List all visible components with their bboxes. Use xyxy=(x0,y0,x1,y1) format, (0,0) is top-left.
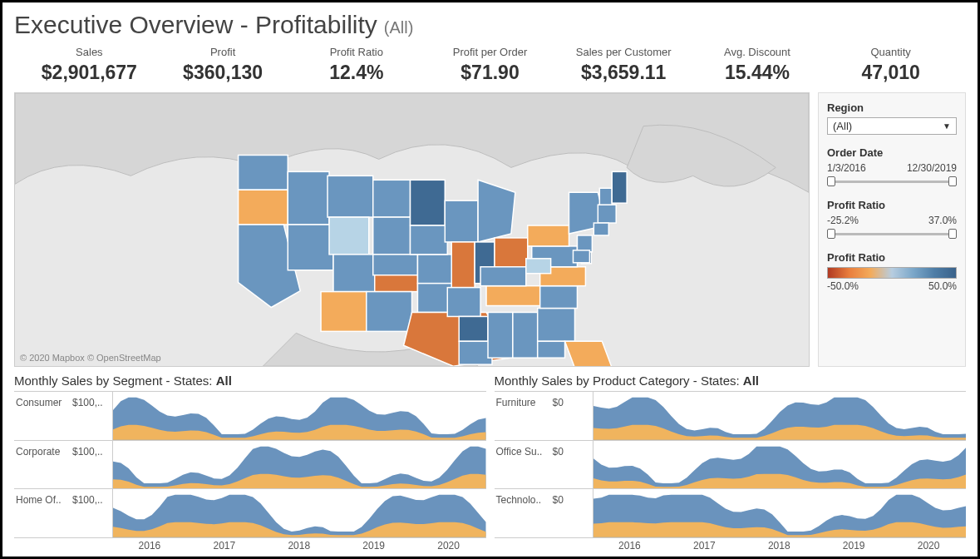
x-tick: 2017 xyxy=(667,540,741,552)
y-axis-label: $100,.. xyxy=(72,392,112,440)
sparkline[interactable] xyxy=(593,441,967,489)
svg-rect-29 xyxy=(480,267,526,286)
svg-rect-24 xyxy=(459,316,488,341)
map-profit-ratio-choropleth[interactable]: © 2020 Mapbox © OpenStreetMap xyxy=(14,92,810,367)
svg-rect-15 xyxy=(411,180,446,225)
kpi-label: Profit per Order xyxy=(423,46,557,58)
order-date-slider[interactable] xyxy=(827,176,957,187)
kpi-label: Sales xyxy=(22,46,156,58)
x-tick: 2020 xyxy=(891,540,966,552)
x-tick: 2018 xyxy=(262,540,337,552)
svg-rect-0 xyxy=(239,155,288,190)
small-multiple-row[interactable]: Consumer $100,.. xyxy=(14,391,486,441)
kpi-value: $360,130 xyxy=(156,62,290,84)
kpi-value: 12.4% xyxy=(289,62,423,84)
kpi-label: Quantity xyxy=(824,46,958,58)
kpi-value: $71.90 xyxy=(423,62,557,84)
category-sales-chart[interactable]: Monthly Sales by Product Category - Stat… xyxy=(495,373,967,552)
small-multiple-row[interactable]: Corporate $100,.. xyxy=(14,441,486,490)
x-tick: 2019 xyxy=(337,540,411,552)
svg-rect-23 xyxy=(447,288,480,317)
svg-rect-17 xyxy=(445,200,478,242)
x-tick: 2019 xyxy=(816,540,891,552)
dashboard-title: Executive Overview - Profitability xyxy=(14,11,377,39)
kpi-value: 15.44% xyxy=(691,62,825,84)
x-tick: 2016 xyxy=(593,540,667,552)
filter-label: Profit Ratio xyxy=(827,199,957,211)
y-axis-label: $100,.. xyxy=(72,441,112,489)
sparkline[interactable] xyxy=(593,489,967,537)
kpi-value: $2,901,677 xyxy=(22,62,156,84)
region-dropdown[interactable]: (All) ▼ xyxy=(827,117,957,135)
map-attribution: © 2020 Mapbox © OpenStreetMap xyxy=(20,353,161,363)
kpi-profit-per-order[interactable]: Profit per Order $71.90 xyxy=(423,46,557,84)
y-axis-label: $0 xyxy=(553,392,593,440)
filter-order-date: Order Date 1/3/2016 12/30/2019 xyxy=(827,146,957,187)
dropdown-value: (All) xyxy=(833,120,852,132)
svg-rect-27 xyxy=(513,312,538,358)
sparkline[interactable] xyxy=(112,441,486,489)
kpi-profit[interactable]: Profit $360,130 xyxy=(156,46,290,84)
slider-max: 12/30/2019 xyxy=(907,162,957,174)
svg-rect-12 xyxy=(373,255,418,275)
svg-rect-43 xyxy=(593,223,608,235)
small-multiple-row[interactable]: Home Of.. $100,.. xyxy=(14,489,486,538)
kpi-sales-per-customer[interactable]: Sales per Customer $3,659.11 xyxy=(557,46,691,84)
svg-rect-5 xyxy=(329,217,369,255)
slider-max: 37.0% xyxy=(928,215,957,226)
kpi-sales[interactable]: Sales $2,901,677 xyxy=(22,46,156,84)
dashboard-title-filter: (All) xyxy=(384,18,414,37)
chevron-down-icon: ▼ xyxy=(943,121,951,131)
svg-rect-11 xyxy=(373,217,411,255)
svg-rect-1 xyxy=(239,190,288,225)
kpi-label: Avg. Discount xyxy=(691,46,825,58)
row-label: Office Su.. xyxy=(495,441,553,489)
slider-handle-max[interactable] xyxy=(948,176,957,186)
y-axis-label: $0 xyxy=(553,441,593,489)
row-label: Technolo.. xyxy=(495,489,553,537)
filter-profit-ratio: Profit Ratio -25.2% 37.0% xyxy=(827,199,957,240)
legend-min: -50.0% xyxy=(827,280,859,292)
svg-rect-35 xyxy=(526,259,551,274)
filters-panel: Region (All) ▼ Order Date 1/3/2016 12/30… xyxy=(818,92,966,367)
y-axis-label: $100,.. xyxy=(72,489,112,537)
row-label: Home Of.. xyxy=(14,489,72,537)
kpi-profit-ratio[interactable]: Profit Ratio 12.4% xyxy=(289,46,423,84)
slider-handle-min[interactable] xyxy=(827,229,835,239)
svg-rect-3 xyxy=(288,225,333,270)
svg-rect-2 xyxy=(288,171,329,225)
kpi-value: 47,010 xyxy=(824,62,958,84)
sparkline[interactable] xyxy=(112,489,486,537)
sparkline[interactable] xyxy=(593,392,967,440)
x-tick: 2018 xyxy=(741,540,816,552)
x-axis: 20162017201820192020 xyxy=(495,540,967,552)
small-multiple-row[interactable]: Furniture $0 xyxy=(495,391,967,441)
row-label: Consumer xyxy=(14,392,72,440)
kpi-label: Profit Ratio xyxy=(289,46,423,58)
color-legend: Profit Ratio -50.0% 50.0% xyxy=(827,251,957,292)
slider-handle-max[interactable] xyxy=(948,229,957,239)
segment-sales-chart[interactable]: Monthly Sales by Segment - States: All C… xyxy=(14,373,486,552)
svg-rect-25 xyxy=(459,341,492,364)
kpi-value: $3,659.11 xyxy=(557,62,691,84)
x-tick: 2020 xyxy=(411,540,486,552)
svg-rect-36 xyxy=(528,225,569,246)
profit-ratio-slider[interactable] xyxy=(827,228,957,240)
slider-handle-min[interactable] xyxy=(827,176,835,186)
svg-rect-26 xyxy=(488,312,513,358)
row-label: Furniture xyxy=(495,392,553,440)
svg-rect-28 xyxy=(486,286,540,306)
slider-min: -25.2% xyxy=(827,215,859,226)
small-multiple-row[interactable]: Technolo.. $0 xyxy=(495,489,967,538)
kpi-avg-discount[interactable]: Avg. Discount 15.44% xyxy=(691,46,825,84)
svg-rect-42 xyxy=(612,171,627,203)
legend-gradient xyxy=(827,267,957,279)
sparkline[interactable] xyxy=(112,392,486,440)
filter-label: Region xyxy=(827,101,957,114)
slider-min: 1/3/2016 xyxy=(827,162,866,174)
chart-title: Monthly Sales by Segment - States: All xyxy=(14,373,486,388)
kpi-quantity[interactable]: Quantity 47,010 xyxy=(824,46,958,84)
svg-rect-37 xyxy=(577,235,592,252)
small-multiple-row[interactable]: Office Su.. $0 xyxy=(495,441,967,490)
kpi-label: Sales per Customer xyxy=(557,46,691,58)
